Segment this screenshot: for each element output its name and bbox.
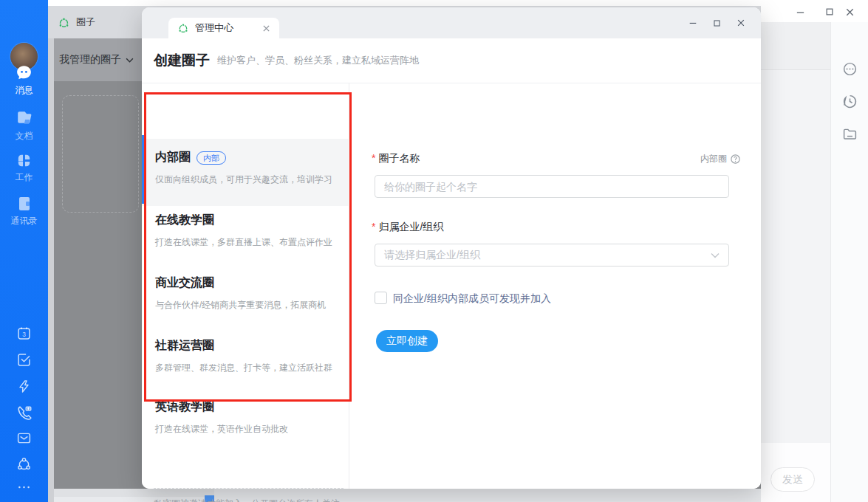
modal-body: 创建圈子 维护客户、学员、粉丝关系，建立私域运营阵地 内部圈 内部 仅面向组织成… xyxy=(142,38,761,489)
sidebar-item-contacts-label: 通讯录 xyxy=(0,215,48,227)
sidebar-item-contacts[interactable]: 通讯录 xyxy=(0,195,48,227)
chat-header-sliver xyxy=(761,22,830,70)
contacts-book-icon xyxy=(16,195,33,213)
sidebar-item-docs-label: 文档 xyxy=(0,130,48,142)
type-item-business-desc: 与合作伙伴/经销商共享重要消息，拓展商机 xyxy=(142,299,349,312)
type-item-business[interactable]: 商业交流圈 与合作伙伴/经销商共享重要消息，拓展商机 xyxy=(142,275,349,312)
mail-icon[interactable] xyxy=(0,430,48,446)
sidebar-item-messages-label: 消息 xyxy=(0,84,48,97)
type-item-community-desc: 多群管理、群发消息、打卡等，建立活跃社群 xyxy=(142,362,349,374)
type-item-online-teaching[interactable]: 在线教学圈 打造在线课堂，多群直播上课、布置点评作业 xyxy=(142,213,349,249)
modal-header: 创建圈子 维护客户、学员、粉丝关系，建立私域运营阵地 xyxy=(142,38,761,83)
lightning-icon[interactable] xyxy=(0,379,48,394)
modal-titlebar: 管理中心 xyxy=(142,7,761,38)
my-circles-dropdown-label: 我管理的圈子 xyxy=(59,53,121,66)
send-button[interactable]: 发送 xyxy=(770,467,815,492)
circle-name-label: *圈子名称 xyxy=(372,152,420,165)
org-select[interactable]: 请选择归属企业/组织 xyxy=(375,244,729,267)
required-mark: * xyxy=(372,152,375,164)
modal-maximize-button[interactable] xyxy=(708,15,725,31)
send-button-label: 发送 xyxy=(782,473,803,486)
calendar-icon[interactable]: 3 xyxy=(0,326,48,341)
type-item-community[interactable]: 社群运营圈 多群管理、群发消息、打卡等，建立活跃社群 xyxy=(142,338,349,374)
chevron-down-icon xyxy=(711,252,720,258)
modal-minimize-button[interactable] xyxy=(684,15,702,31)
discoverable-checkbox-label[interactable]: 同企业/组织内部成员可发现并加入 xyxy=(393,292,551,306)
dimmed-placeholder-card xyxy=(62,95,139,213)
type-item-english-teaching-desc: 打造在线课堂，英语作业自动批改 xyxy=(142,423,349,436)
tab-quanzi[interactable]: 圈子 xyxy=(58,6,95,38)
app-root: 圈子 我管理的圈子 发送 xyxy=(0,0,868,502)
circle-type-helper-label: 内部圈 xyxy=(700,153,727,165)
type-item-community-name: 社群运营圈 xyxy=(155,338,214,354)
right-tool-rail xyxy=(830,22,868,502)
more-circle-icon[interactable] xyxy=(831,61,868,77)
more-dots-icon[interactable] xyxy=(0,484,48,490)
circle-name-input[interactable] xyxy=(375,175,729,198)
chat-side-panel: 发送 xyxy=(761,22,830,502)
tab-management-center-label: 管理中心 xyxy=(195,21,233,35)
modal-close-button[interactable] xyxy=(732,15,750,31)
type-item-internal[interactable]: 内部圈 内部 仅面向组织成员，可用于兴趣交流，培训学习 xyxy=(142,150,349,186)
folder-icon[interactable] xyxy=(831,126,868,142)
discoverable-checkbox[interactable] xyxy=(375,292,387,304)
type-item-online-teaching-name: 在线教学圈 xyxy=(155,213,214,228)
todo-check-icon[interactable] xyxy=(0,352,48,368)
circles-green-icon xyxy=(177,22,189,34)
circles-green-icon xyxy=(58,16,70,29)
work-grid-icon xyxy=(16,152,33,169)
tab-management-center[interactable]: 管理中心 xyxy=(168,18,279,38)
org-select-placeholder: 请选择归属企业/组织 xyxy=(384,249,480,262)
type-item-english-teaching[interactable]: 英语教学圈 打造在线课堂，英语作业自动批改 xyxy=(142,399,349,436)
tab-quanzi-label: 圈子 xyxy=(76,16,95,29)
dimmed-bottom-shade xyxy=(54,489,214,497)
type-item-internal-desc: 仅面向组织成员，可用于兴趣交流，培训学习 xyxy=(142,173,349,186)
document-icon xyxy=(15,109,33,128)
chevron-down-icon xyxy=(126,58,134,63)
window-close-button[interactable] xyxy=(841,3,858,21)
privacy-note: 私密圈被邀请才能加入，公开圈允许所有人关注 xyxy=(154,498,340,502)
my-circles-dropdown[interactable]: 我管理的圈子 xyxy=(59,38,134,81)
page-title: 创建圈子 xyxy=(154,51,210,70)
circle-type-panel: 内部圈 内部 仅面向组织成员，可用于兴趣交流，培训学习 在线教学圈 打造在线课堂… xyxy=(142,83,349,489)
help-icon[interactable] xyxy=(730,154,741,165)
sidebar-item-work-label: 工作 xyxy=(0,171,48,184)
sidebar-item-docs[interactable]: 文档 xyxy=(0,109,48,142)
type-item-business-name: 商业交流圈 xyxy=(155,275,214,291)
create-now-button-label: 立即创建 xyxy=(386,334,428,348)
sidebar-item-messages[interactable]: 消息 xyxy=(0,63,48,97)
create-circle-modal: 管理中心 创建圈子 维护客户、学员、粉丝关系，建立私域运营阵地 xyxy=(142,7,761,489)
circles-icon[interactable] xyxy=(0,456,48,472)
sidebar-item-work[interactable]: 工作 xyxy=(0,152,48,184)
window-maximize-button[interactable] xyxy=(821,3,838,21)
type-item-internal-name: 内部圈 xyxy=(155,150,191,165)
page-subtitle: 维护客户、学员、粉丝关系，建立私域运营阵地 xyxy=(217,54,419,67)
tab-close-icon[interactable] xyxy=(262,24,270,32)
internal-badge: 内部 xyxy=(197,151,226,165)
type-item-english-teaching-name: 英语教学圈 xyxy=(155,399,214,415)
svg-text:3: 3 xyxy=(22,331,26,338)
type-item-online-teaching-desc: 打造在线课堂，多群直播上课、布置点评作业 xyxy=(142,236,349,249)
circle-type-helper: 内部圈 xyxy=(700,153,741,165)
dashed-divider xyxy=(154,488,344,489)
chat-bubble-icon xyxy=(15,63,33,82)
create-now-button[interactable]: 立即创建 xyxy=(376,330,438,352)
dimmed-window-edge xyxy=(48,38,54,502)
chat-history-icon[interactable] xyxy=(831,94,868,109)
create-circle-form: *圈子名称 内部圈 *归属企业/组织 请选择归属企业/组织 xyxy=(349,83,761,489)
org-label: *归属企业/组织 xyxy=(372,221,443,234)
window-minimize-button[interactable] xyxy=(791,3,809,21)
video-call-icon[interactable] xyxy=(0,405,48,421)
app-sidebar: 消息 文档 工作 通讯录 xyxy=(0,0,48,502)
